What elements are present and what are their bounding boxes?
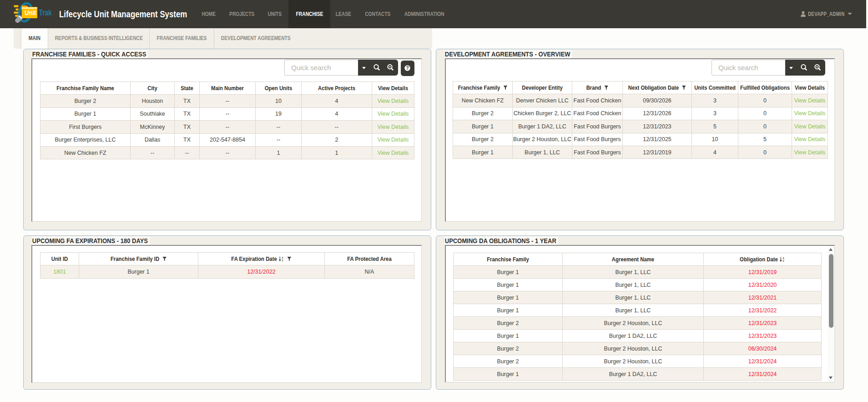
svg-text:Z: Z [282,259,284,262]
svg-text:Unit: Unit [25,9,36,16]
svg-text:Trak: Trak [39,8,52,17]
svg-text:Z: Z [783,260,785,262]
svg-text:A: A [783,256,785,259]
svg-text:?: ? [406,65,409,71]
svg-text:A: A [282,256,283,259]
